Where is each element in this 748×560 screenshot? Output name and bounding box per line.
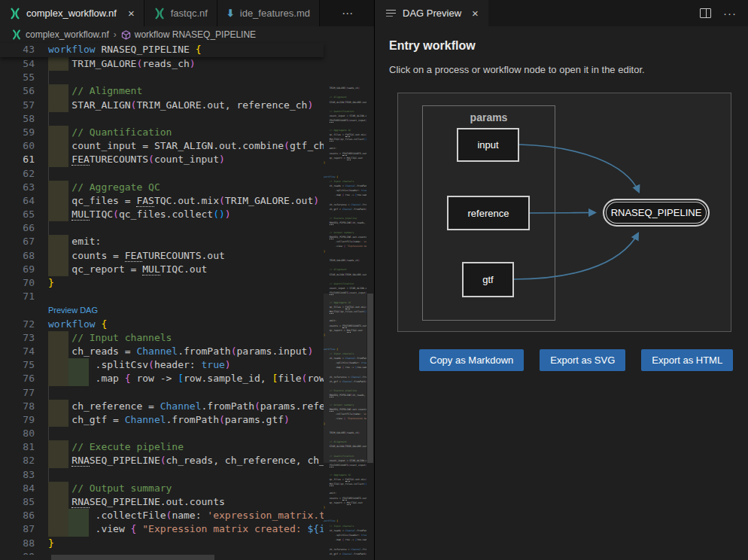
code-line[interactable]: 66 bbox=[0, 221, 324, 235]
split-editor-icon[interactable] bbox=[700, 8, 711, 18]
line-number: 78 bbox=[0, 400, 35, 413]
dag-preview-panel: DAG Preview × ··· Entry workflow Click o… bbox=[374, 0, 748, 560]
line-number: 58 bbox=[0, 112, 35, 126]
code-line[interactable]: 78 ch_reference = Channel.fromPath(param… bbox=[0, 400, 324, 413]
code-line[interactable]: 80 bbox=[0, 427, 324, 440]
line-number: 70 bbox=[0, 276, 35, 290]
line-number: 62 bbox=[0, 167, 35, 181]
minimap-line: .map { row -> [row.sample_id, [file(row.… bbox=[324, 193, 366, 197]
code-line[interactable]: 61 FEATURECOUNTS(count_input) bbox=[0, 153, 324, 166]
tab-dag-preview[interactable]: DAG Preview × bbox=[375, 0, 488, 26]
vertical-scrollbar-thumb[interactable] bbox=[367, 294, 373, 463]
code-line[interactable]: 55 bbox=[0, 71, 324, 84]
breadcrumb-file[interactable]: complex_workflow.nf bbox=[11, 29, 109, 40]
dag-node-rnaseq-pipeline[interactable]: RNASEQ_PIPELINE bbox=[603, 199, 710, 227]
code-line[interactable]: 67 emit: bbox=[0, 235, 324, 248]
dag-node-input[interactable]: input bbox=[457, 128, 519, 162]
code-line[interactable]: 43workflow RNASEQ_PIPELINE { bbox=[0, 43, 324, 56]
dag-node-reference[interactable]: reference bbox=[447, 196, 530, 230]
code-line[interactable]: 79 ch_gtf = Channel.fromPath(params.gtf) bbox=[0, 413, 324, 427]
export-buttons: Copy as Markdown Export as SVG Export as… bbox=[419, 349, 734, 371]
code-line[interactable]: 59 // Quantification bbox=[0, 126, 324, 139]
line-number: 67 bbox=[0, 235, 35, 248]
code-line[interactable]: 62 bbox=[0, 167, 324, 181]
line-number: 63 bbox=[0, 181, 35, 194]
code-line[interactable]: 85 RNASEQ_PIPELINE.out.counts bbox=[0, 495, 324, 509]
code-line[interactable]: 64 qc_files = FASTQC.out.mix(TRIM_GALORE… bbox=[0, 194, 324, 208]
code-line[interactable]: 81 // Execute pipeline bbox=[0, 440, 324, 454]
code-line[interactable]: 71 bbox=[0, 290, 324, 303]
code-editor[interactable]: 43workflow RNASEQ_PIPELINE { 54 TRIM_GAL… bbox=[0, 43, 374, 560]
minimap-line: counts = FEATURECOUNTS.out bbox=[324, 496, 366, 501]
sticky-scroll-line[interactable]: 43workflow RNASEQ_PIPELINE { bbox=[0, 43, 324, 57]
minimap-line: .map { row -> [row.sample_id, [file(row.… bbox=[324, 537, 366, 542]
copy-as-markdown-button[interactable]: Copy as Markdown bbox=[419, 349, 524, 371]
tab-fastqc[interactable]: fastqc.nf bbox=[144, 0, 217, 26]
code-line[interactable]: 65 MULTIQC(qc_files.collect()) bbox=[0, 208, 324, 221]
minimap-line bbox=[324, 556, 366, 560]
codelens-preview-dag-link[interactable]: Preview DAG bbox=[48, 303, 98, 317]
line-number: 69 bbox=[0, 263, 35, 276]
minimap-line: .view { "Expression matrix created: ${it… bbox=[324, 244, 366, 248]
line-number: 57 bbox=[0, 99, 35, 112]
code-line[interactable]: 69 qc_report = MULTIQC.out bbox=[0, 263, 324, 276]
code-line[interactable]: 76 .map { row -> [row.sample_id, [file(r… bbox=[0, 372, 324, 385]
line-number: 43 bbox=[0, 43, 35, 56]
code-line[interactable]: 77 bbox=[0, 386, 324, 400]
code-line[interactable]: 57 STAR_ALIGN(TRIM_GALORE.out, reference… bbox=[0, 99, 324, 112]
line-number: 82 bbox=[0, 454, 35, 467]
line-number: 87 bbox=[0, 522, 35, 536]
code-line[interactable]: 70} bbox=[0, 276, 324, 290]
line-number: 75 bbox=[0, 358, 35, 372]
code-line[interactable]: 87 .view { "Expression matrix created: $… bbox=[0, 522, 324, 536]
minimap-line: STAR_ALIGN(TRIM_GALORE.out, reference_ch… bbox=[324, 272, 366, 277]
code-line[interactable]: 84 // Output summary bbox=[0, 482, 324, 495]
code-line[interactable]: 75 .splitCsv(header: true) bbox=[0, 358, 324, 372]
code-line[interactable]: 56 // Alignment bbox=[0, 84, 324, 98]
edge-reference-pipeline bbox=[530, 213, 595, 214]
minimap-slider[interactable] bbox=[324, 294, 366, 463]
code-line[interactable]: 88} bbox=[0, 537, 324, 550]
line-number: 89 bbox=[0, 550, 35, 555]
code-line[interactable]: 68 counts = FEATURECOUNTS.out bbox=[0, 249, 324, 263]
minimap-line: MULTIQC(qc_files.collect()) bbox=[324, 482, 366, 486]
line-number: 55 bbox=[0, 71, 35, 84]
code-line[interactable]: 58 bbox=[0, 112, 324, 126]
close-tab-icon[interactable]: × bbox=[128, 8, 135, 19]
panel-actions: ··· bbox=[700, 0, 748, 26]
code-line[interactable]: 60 count_input = STAR_ALIGN.out.combine(… bbox=[0, 139, 324, 153]
line-number: 72 bbox=[0, 318, 35, 331]
code-line[interactable]: 72workflow { bbox=[0, 318, 324, 331]
horizontal-scrollbar-thumb[interactable] bbox=[51, 555, 214, 560]
tab-overflow-icon[interactable]: ⋯ bbox=[342, 7, 354, 20]
line-number: 84 bbox=[0, 482, 35, 495]
line-number: 76 bbox=[0, 372, 35, 385]
code-line[interactable]: 63 // Aggregate QC bbox=[0, 181, 324, 194]
code-line[interactable]: 74 ch_reads = Channel.fromPath(params.in… bbox=[0, 345, 324, 358]
vertical-scrollbar[interactable] bbox=[366, 86, 374, 560]
line-number: 80 bbox=[0, 427, 35, 440]
dag-node-gtf[interactable]: gtf bbox=[462, 262, 514, 297]
line-number: 64 bbox=[0, 194, 35, 208]
tab-ide-features[interactable]: ⬇ ide_features.md bbox=[217, 0, 320, 26]
export-as-html-button[interactable]: Export as HTML bbox=[641, 349, 733, 371]
export-as-svg-button[interactable]: Export as SVG bbox=[540, 349, 625, 371]
tab-label: ide_features.md bbox=[240, 8, 310, 19]
code-line[interactable]: 83 bbox=[0, 468, 324, 482]
line-number: 65 bbox=[0, 208, 35, 221]
more-actions-icon[interactable]: ··· bbox=[723, 7, 737, 20]
breadcrumb-file-label: complex_workflow.nf bbox=[26, 29, 109, 40]
close-panel-icon[interactable]: × bbox=[472, 7, 479, 20]
code-line[interactable]: 82 RNASEQ_PIPELINE(ch_reads, ch_referenc… bbox=[0, 454, 324, 467]
code-line[interactable]: 54 TRIM_GALORE(reads_ch) bbox=[0, 57, 324, 71]
code-line[interactable]: 73 // Input channels bbox=[0, 331, 324, 345]
code-line[interactable]: Preview DAG bbox=[0, 303, 324, 317]
line-number: 74 bbox=[0, 345, 35, 358]
line-number: 56 bbox=[0, 84, 35, 98]
tab-complex-workflow[interactable]: complex_workflow.nf × bbox=[0, 0, 144, 26]
line-number: 81 bbox=[0, 440, 35, 454]
code-line[interactable]: 86 .collectFile(name: 'expression_matrix… bbox=[0, 509, 324, 522]
breadcrumb-symbol[interactable]: workflow RNASEQ_PIPELINE bbox=[121, 29, 256, 40]
tab-label: complex_workflow.nf bbox=[26, 8, 117, 19]
minimap-line: RNASEQ_PIPELINE(ch_reads, ch_reference, … bbox=[324, 221, 366, 225]
